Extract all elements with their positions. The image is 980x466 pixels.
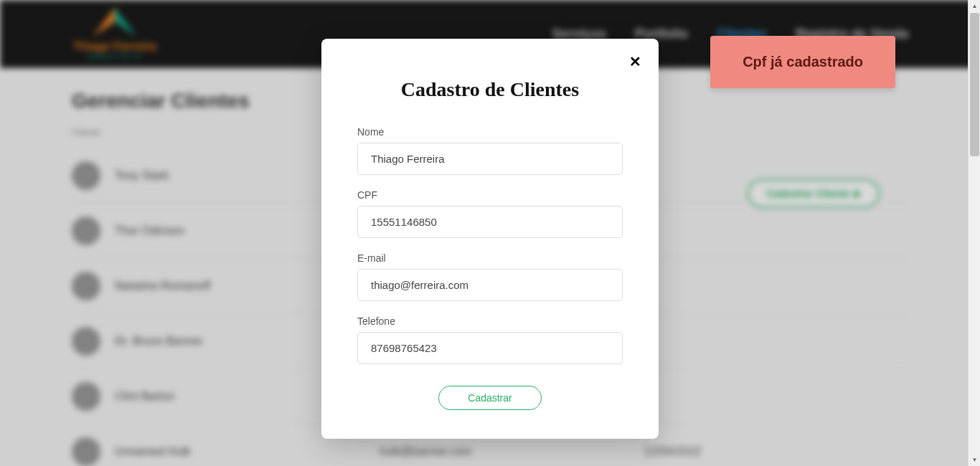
- error-toast: Cpf já cadastrado: [710, 36, 895, 88]
- close-button[interactable]: ✕: [629, 53, 641, 70]
- name-input[interactable]: [357, 143, 623, 175]
- field-email: E-mail: [357, 252, 623, 301]
- phone-input[interactable]: [357, 332, 623, 364]
- modal-title: Cadastro de Clientes: [357, 78, 623, 101]
- close-icon: ✕: [629, 54, 641, 70]
- field-cpf: CPF: [357, 189, 623, 238]
- email-label: E-mail: [357, 252, 623, 264]
- toast-message: Cpf já cadastrado: [743, 54, 863, 70]
- field-phone: Telefone: [357, 315, 623, 364]
- submit-button[interactable]: Cadastrar: [438, 386, 541, 410]
- register-client-modal: ✕ Cadastro de Clientes Nome CPF E-mail T…: [321, 39, 659, 439]
- field-name: Nome: [357, 126, 623, 175]
- cpf-label: CPF: [357, 189, 623, 201]
- scroll-up-icon[interactable]: ▲: [969, 0, 980, 12]
- phone-label: Telefone: [357, 315, 623, 327]
- scrollbar[interactable]: ▲ ▼: [968, 0, 980, 466]
- scrollbar-thumb[interactable]: [970, 13, 979, 156]
- scroll-down-icon[interactable]: ▼: [969, 454, 980, 466]
- email-input[interactable]: [357, 269, 623, 301]
- name-label: Nome: [357, 126, 623, 138]
- cpf-input[interactable]: [357, 206, 623, 238]
